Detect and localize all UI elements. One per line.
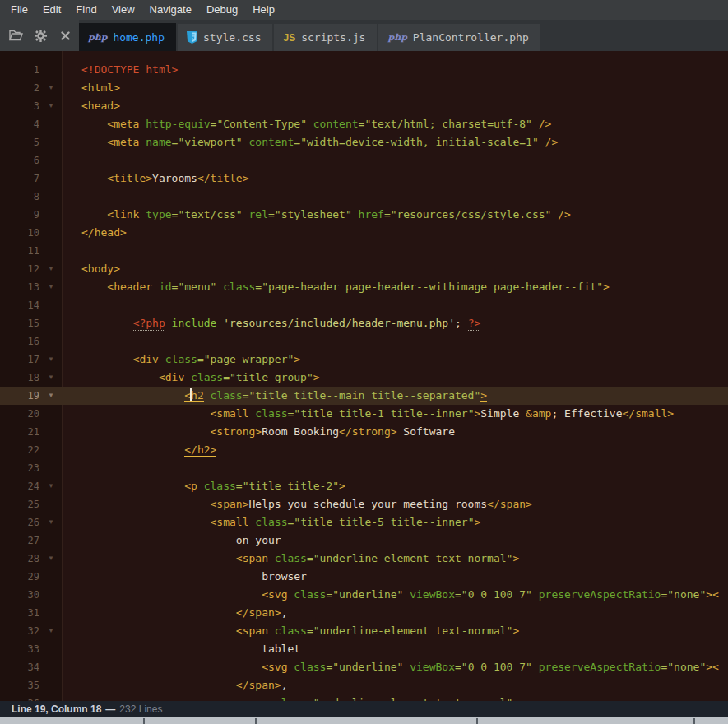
- tab-style.css[interactable]: style.css: [178, 24, 272, 51]
- line-number[interactable]: 6: [0, 151, 39, 169]
- code-text[interactable]: <p class="title title-2">: [63, 477, 728, 495]
- code-text[interactable]: <h2 class="title title--main title--sepa…: [63, 387, 728, 405]
- line-number[interactable]: 33: [0, 640, 39, 658]
- code-text[interactable]: <div class="page-wrapper">: [63, 350, 728, 369]
- line-number[interactable]: 31: [0, 604, 39, 622]
- fold-arrow-icon[interactable]: ▼: [39, 97, 63, 115]
- line-number[interactable]: 28: [0, 550, 39, 568]
- close-icon[interactable]: [58, 28, 72, 43]
- code-text[interactable]: <header id="menu" class="page-header pag…: [63, 278, 728, 296]
- code-text[interactable]: <link type="text/css" rel="stylesheet" h…: [63, 206, 728, 224]
- fold-arrow-icon[interactable]: ▼: [39, 260, 63, 278]
- code-text[interactable]: [63, 242, 728, 260]
- menu-item-edit[interactable]: Edit: [35, 0, 68, 20]
- line-number[interactable]: 24: [0, 477, 39, 495]
- code-text[interactable]: <!DOCTYPE html>: [63, 61, 728, 79]
- line-number[interactable]: 12: [0, 260, 39, 278]
- fold-arrow-icon[interactable]: ▼: [39, 278, 63, 296]
- line-number[interactable]: 1: [0, 61, 39, 79]
- code-text[interactable]: <body>: [63, 260, 728, 278]
- code-text[interactable]: <head>: [63, 97, 728, 115]
- line-number[interactable]: 29: [0, 568, 39, 586]
- code-text[interactable]: <span class="underline-element text-norm…: [63, 550, 728, 568]
- line-number[interactable]: 8: [0, 188, 39, 206]
- code-text[interactable]: <span class="underline-element text-norm…: [63, 622, 728, 640]
- fold-arrow-icon[interactable]: ▼: [39, 350, 63, 369]
- line-number[interactable]: 26: [0, 513, 39, 531]
- tab-PlanController.php[interactable]: phpPlanController.php: [378, 24, 540, 51]
- code-text[interactable]: <svg class="underline" viewBox="0 0 100 …: [63, 658, 728, 676]
- code-editor[interactable]: 1<!DOCTYPE html>2▼<html>3▼<head>4 <meta …: [0, 51, 728, 724]
- line-number[interactable]: 19: [0, 387, 39, 405]
- fold-arrow-icon[interactable]: ▼: [39, 513, 63, 531]
- code-text[interactable]: on your: [63, 531, 728, 550]
- code-text[interactable]: <title>Yarooms</title>: [63, 169, 728, 188]
- code-text[interactable]: <div class="title-group">: [63, 369, 728, 387]
- fold-arrow-icon[interactable]: ▼: [39, 550, 63, 568]
- menu-item-find[interactable]: Find: [68, 0, 104, 20]
- fold-arrow-icon[interactable]: ▼: [39, 369, 63, 387]
- code-text[interactable]: <small class="title title-1 title--inner…: [63, 405, 728, 423]
- line-number[interactable]: 18: [0, 369, 39, 387]
- code-text[interactable]: </span>,: [63, 676, 728, 694]
- menu-item-navigate[interactable]: Navigate: [142, 0, 199, 20]
- code-text[interactable]: [63, 332, 728, 350]
- menu-item-help[interactable]: Help: [245, 0, 282, 20]
- menu-item-debug[interactable]: Debug: [199, 0, 245, 20]
- code-text[interactable]: [63, 151, 728, 169]
- line-number[interactable]: 21: [0, 423, 39, 441]
- line-number[interactable]: 25: [0, 495, 39, 513]
- horizontal-splitter[interactable]: [0, 717, 728, 724]
- code-text[interactable]: <?php include 'resources/included/header…: [63, 314, 728, 332]
- line-number[interactable]: 32: [0, 622, 39, 640]
- code-text[interactable]: <strong>Room Booking</strong> Software: [63, 423, 728, 441]
- line-number[interactable]: 7: [0, 169, 39, 188]
- code-text[interactable]: browser: [63, 568, 728, 586]
- tab-home.php[interactable]: phphome.php: [79, 23, 176, 51]
- code-text[interactable]: <svg class="underline" viewBox="0 0 100 …: [63, 586, 728, 604]
- code-text[interactable]: tablet: [63, 640, 728, 658]
- code-text[interactable]: </head>: [63, 224, 728, 242]
- fold-arrow-icon[interactable]: ▼: [39, 387, 63, 405]
- menu-item-view[interactable]: View: [104, 0, 142, 20]
- code-text[interactable]: <html>: [63, 79, 728, 97]
- line-number[interactable]: 17: [0, 350, 39, 369]
- line-number[interactable]: 5: [0, 133, 39, 151]
- code-text[interactable]: <span>Helps you schedule your meeting ro…: [63, 495, 728, 513]
- line-number[interactable]: 15: [0, 314, 39, 332]
- fold-spacer: [39, 206, 63, 224]
- tab-label: style.css: [203, 31, 261, 44]
- line-number[interactable]: 14: [0, 296, 39, 314]
- line-number[interactable]: 2: [0, 79, 39, 97]
- line-number[interactable]: 20: [0, 405, 39, 423]
- menu-item-file[interactable]: File: [3, 0, 35, 20]
- line-number[interactable]: 9: [0, 206, 39, 224]
- line-number[interactable]: 35: [0, 676, 39, 694]
- code-text[interactable]: <meta http-equiv="Content-Type" content=…: [63, 115, 728, 133]
- fold-arrow-icon[interactable]: ▼: [39, 622, 63, 640]
- line-number[interactable]: 13: [0, 278, 39, 296]
- line-number[interactable]: 30: [0, 586, 39, 604]
- gear-icon[interactable]: [33, 28, 48, 43]
- line-number[interactable]: 10: [0, 224, 39, 242]
- line-number[interactable]: 16: [0, 332, 39, 350]
- line-number[interactable]: 23: [0, 459, 39, 477]
- fold-arrow-icon[interactable]: ▼: [39, 477, 63, 495]
- open-folder-icon[interactable]: [8, 28, 23, 43]
- line-number[interactable]: 3: [0, 97, 39, 115]
- fold-spacer: [39, 242, 63, 260]
- code-text[interactable]: </h2>: [63, 441, 728, 459]
- line-number[interactable]: 27: [0, 531, 39, 550]
- line-number[interactable]: 22: [0, 441, 39, 459]
- line-number[interactable]: 4: [0, 115, 39, 133]
- tab-scripts.js[interactable]: JSscripts.js: [274, 24, 377, 51]
- code-text[interactable]: [63, 459, 728, 477]
- code-text[interactable]: </span>,: [63, 604, 728, 622]
- fold-arrow-icon[interactable]: ▼: [39, 79, 63, 97]
- code-text[interactable]: <small class="title title-5 title--inner…: [63, 513, 728, 531]
- code-text[interactable]: [63, 188, 728, 206]
- code-text[interactable]: <meta name="viewport" content="width=dev…: [63, 133, 728, 151]
- line-number[interactable]: 34: [0, 658, 39, 676]
- code-text[interactable]: [63, 296, 728, 314]
- line-number[interactable]: 11: [0, 242, 39, 260]
